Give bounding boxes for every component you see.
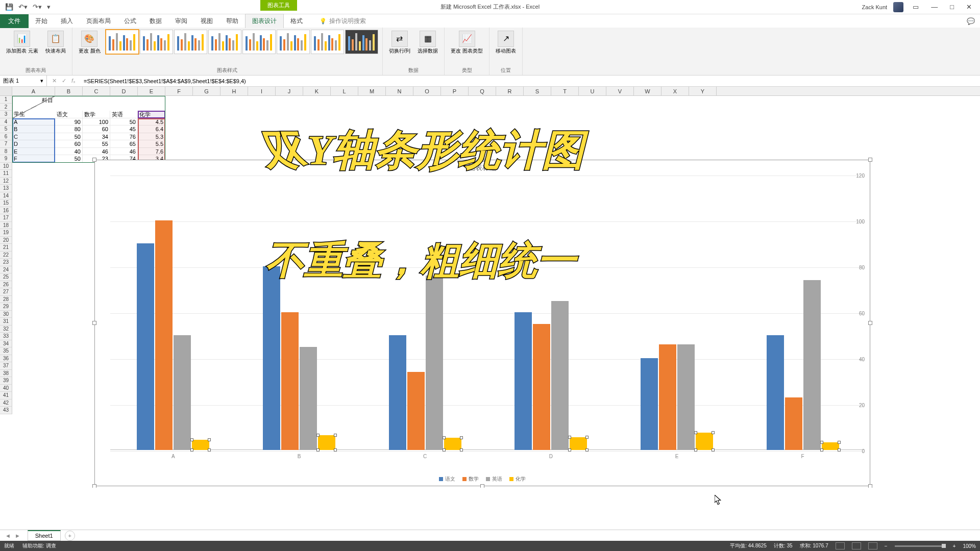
share-icon[interactable]: 💬 [967,17,975,25]
chart-resize-handle[interactable] [480,484,484,488]
tab-home[interactable]: 开始 [29,14,54,28]
diagonal-header-cell[interactable]: 科目学生 [12,96,55,118]
row-header-15[interactable]: 15 [0,199,12,207]
row-header-32[interactable]: 32 [0,325,12,333]
bar-化学-C[interactable] [444,438,461,450]
row-header-6[interactable]: 6 [0,133,12,141]
col-header-B[interactable]: B [55,87,83,95]
fx-icon[interactable]: fₓ [71,78,76,84]
row-header-25[interactable]: 25 [0,273,12,281]
sheet-next-icon[interactable]: ► [15,533,20,539]
save-icon[interactable]: 💾 [5,3,13,11]
cell-E6[interactable]: 5.3 [138,133,165,141]
formula-input[interactable]: =SERIES(Sheet1!$E$3,Sheet1!$A$4:$A$9,She… [81,78,980,84]
tab-chart-design[interactable]: 图表设计 [245,14,284,28]
cell-E8[interactable]: 7.6 [138,148,165,156]
bar-化学-E[interactable] [696,433,713,450]
row-header-12[interactable]: 12 [0,178,12,185]
bar-数学-D[interactable] [533,324,550,450]
tab-file[interactable]: 文件 [0,14,29,28]
col-header-E[interactable]: E [138,87,165,95]
cell-E7[interactable]: 5.5 [138,140,165,148]
tab-help[interactable]: 帮助 [219,14,245,28]
cell-B9[interactable]: 50 [55,155,83,163]
row-header-36[interactable]: 36 [0,355,12,363]
col-header-N[interactable]: N [386,87,413,95]
row-header-8[interactable]: 8 [0,148,12,156]
qat-more-icon[interactable]: ▾ [47,3,51,11]
bar-英语-F[interactable] [803,280,821,450]
col-header-U[interactable]: U [579,87,606,95]
row-header-39[interactable]: 39 [0,377,12,385]
bar-化学-D[interactable] [570,437,587,450]
chart-style-8[interactable] [345,30,378,54]
name-box[interactable]: 图表 1▾ [0,76,47,86]
row-header-4[interactable]: 4 [0,118,12,126]
ribbon-options-icon[interactable]: ▭ [910,3,922,11]
cell-A4[interactable]: A [12,118,55,126]
row-header-23[interactable]: 23 [0,259,12,266]
sheet-prev-icon[interactable]: ◄ [5,533,11,539]
row-header-14[interactable]: 14 [0,192,12,200]
row-header-33[interactable]: 33 [0,333,12,340]
row-header-24[interactable]: 24 [0,266,12,274]
row-header-21[interactable]: 21 [0,244,12,252]
bar-英语-A[interactable] [174,335,191,450]
tell-me-search[interactable]: 操作说明搜索 [320,17,366,26]
col-header-F[interactable]: F [165,87,193,95]
cell-C6[interactable]: 34 [83,133,110,141]
chart-style-7[interactable] [311,30,344,54]
col-header-X[interactable]: X [662,87,689,95]
row-header-11[interactable]: 11 [0,170,12,178]
bar-英语-B[interactable] [300,347,317,450]
cell-E4[interactable]: 4.5 [138,118,165,126]
row-header-19[interactable]: 19 [0,229,12,237]
chart-resize-handle[interactable] [868,484,872,488]
tab-data[interactable]: 数据 [143,14,168,28]
col-header-A[interactable]: A [12,87,55,95]
row-header-34[interactable]: 34 [0,340,12,348]
chart-style-6[interactable] [277,30,310,54]
row-header-31[interactable]: 31 [0,318,12,325]
bar-数学-F[interactable] [785,397,802,450]
chart-resize-handle[interactable] [868,158,872,162]
col-header-W[interactable]: W [634,87,662,95]
tab-page-layout[interactable]: 页面布局 [80,14,117,28]
normal-view-button[interactable] [836,542,845,549]
chart-styles-gallery[interactable] [106,30,378,54]
row-header-18[interactable]: 18 [0,222,12,230]
bar-语文-B[interactable] [263,266,280,450]
bar-英语-E[interactable] [677,344,695,450]
cell-D5[interactable]: 45 [110,126,138,133]
cell-A7[interactable]: D [12,140,55,148]
col-header-Q[interactable]: Q [469,87,496,95]
cell-D4[interactable]: 50 [110,118,138,126]
chart-style-4[interactable] [208,30,241,54]
cell-A9[interactable]: F [12,155,55,163]
cell-B5[interactable]: 80 [55,126,83,133]
cell-B8[interactable]: 40 [55,148,83,156]
chart-legend[interactable]: 语文数学英语化学 [95,475,870,483]
row-header-28[interactable]: 28 [0,296,12,304]
row-header-42[interactable]: 42 [0,399,12,407]
row-header-5[interactable]: 5 [0,126,12,133]
cell-C7[interactable]: 55 [83,140,110,148]
cell-C5[interactable]: 60 [83,126,110,133]
cell-B4[interactable]: 90 [55,118,83,126]
zoom-slider[interactable] [895,545,946,547]
col-header-I[interactable]: I [248,87,276,95]
tab-view[interactable]: 视图 [194,14,219,28]
cell-B7[interactable]: 60 [55,140,83,148]
close-icon[interactable]: ✕ [963,3,975,11]
cell-C8[interactable]: 46 [83,148,110,156]
col-header-M[interactable]: M [358,87,386,95]
col-header-Y[interactable]: Y [689,87,717,95]
bar-化学-A[interactable] [192,440,209,450]
row-header-9[interactable]: 9 [0,155,12,163]
bar-语文-E[interactable] [641,358,658,450]
bar-数学-C[interactable] [407,372,425,450]
cell-C3[interactable]: 数学 [83,111,110,118]
row-header-2[interactable]: 2 [0,104,12,111]
cell-B6[interactable]: 50 [55,133,83,141]
row-header-3[interactable]: 3 [0,111,12,118]
